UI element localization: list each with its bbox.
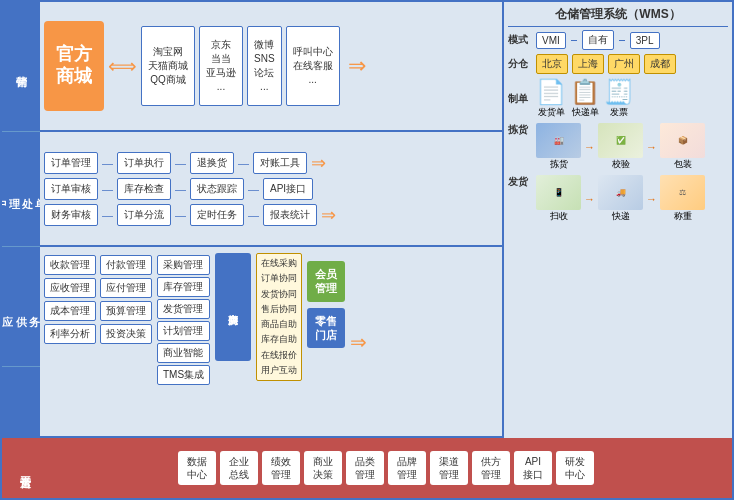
box-fukuanguanli: 付款管理 [100,255,152,275]
wms-title: 仓储管理系统（WMS） [508,6,728,27]
box-yusanguanli: 预算管理 [100,301,152,321]
supply-portal: 供应商门户 [215,253,251,361]
proc-dingdanshenhe: 订单审核 [44,178,98,200]
supply-jihua: 计划管理 [157,321,210,341]
left-labels: 营销 订单处理中心 财务供应链 [2,2,40,438]
main-container: 营销 订单处理中心 财务供应链 官方商城 ⟺ 淘宝网天猫商城QQ商城 京东当当亚… [0,0,734,500]
wms-fencang-label: 分仓 [508,57,528,71]
wms-chengdu: 成都 [644,54,676,74]
img-baozhuang: 📦 [660,123,705,158]
box-liluofenxi: 利率分析 [44,324,96,344]
proc-caiwushenhe: 财务审核 [44,204,98,226]
supply-caigou: 采购管理 [157,255,210,275]
proc-apijiekou: API接口 [263,178,313,200]
caiwu-row3: 成本管理 预算管理 [44,301,152,321]
supply-shangye: 商业智能 [157,343,210,363]
wms-fencang-row: 分仓 北京 上海 广州 成都 [508,54,728,74]
yunying-shangye: 商业决策 [304,451,342,485]
yunying-jixiao: 绩效管理 [262,451,300,485]
wms-shanghai: 上海 [572,54,604,74]
yunying-label: 运营平台 [6,438,44,498]
yunying-api: API接口 [514,451,552,485]
caiwu-row4: 利率分析 投资决策 [44,324,152,344]
arrow-icon: ⟺ [108,56,137,76]
channel-jd: 京东当当亚马逊... [199,26,243,106]
wms-jianhuo-label: 拣货 [508,123,528,137]
wms-zhidan-label: 制单 [508,92,528,106]
label-caiwu: 财务供应链 [2,247,40,367]
wms-guangzhou: 广州 [608,54,640,74]
proc-baobiaotongji: 报表统计 [263,204,317,226]
member-management: 会员管理 [307,261,345,302]
img-jiaoya: ✅ [598,123,643,158]
member-retail-col: 会员管理 零售门店 [307,253,345,348]
wms-jianhuo-row: 拣货 🏭 拣货 → ✅ 校验 → 📦 包装 [508,123,728,171]
yunying-pinpai: 品牌管理 [388,451,426,485]
channel-callcenter: 呼叫中心在线客服... [286,26,340,106]
box-chenbanguanli: 成本管理 [44,301,96,321]
img-jianhuo: 🏭 [536,123,581,158]
wms-panel: 仓储管理系统（WMS） 模式 VMI 自有 3PL 分仓 北京 上海 广州 成都 [502,2,732,438]
supply-kucun: 库存管理 [157,277,210,297]
caiwu-row2: 应收管理 应付管理 [44,278,152,298]
supply-tms: TMS集成 [157,365,210,385]
box-yingfuguanli: 应付管理 [100,278,152,298]
box-touzihuajue: 投资决策 [100,324,152,344]
img-truck: 🚚 [598,175,643,210]
dingdan-row3: 财务审核 — 订单分流 — 定时任务 — 报表统计 ⇒ [44,204,498,226]
section-yingxiao: 官方商城 ⟺ 淘宝网天猫商城QQ商城 京东当当亚马逊... 微博SNS论坛...… [40,2,502,132]
box-yingshouguanli: 应收管理 [44,278,96,298]
dingdan-row1: 订单管理 — 订单执行 — 退换货 — 对账工具 ⇒ [44,152,498,174]
supply-list: 采购管理 库存管理 发货管理 计划管理 商业智能 TMS集成 [157,253,210,385]
proc-duizhanggongju: 对账工具 [253,152,307,174]
yunying-shuju: 数据中心 [178,451,216,485]
proc-dingdanguanli: 订单管理 [44,152,98,174]
wms-fahuo-label: 发货 [508,175,528,189]
sections-column: 官方商城 ⟺ 淘宝网天猫商城QQ商城 京东当当亚马逊... 微博SNS论坛...… [40,2,502,438]
proc-tuihuanhuo: 退换货 [190,152,234,174]
proc-dingdanzhixing: 订单执行 [117,152,171,174]
guanfang-box: 官方商城 [44,21,104,111]
box-shoukuanguanli: 收款管理 [44,255,96,275]
wms-mode-row: 模式 VMI 自有 3PL [508,30,728,50]
wms-3pl: 3PL [630,32,660,49]
section-caiwu: 收款管理 付款管理 应收管理 应付管理 成本管理 预算管理 利率分析 投资决策 [40,247,502,438]
wms-zhidan-row: 制单 📄 发货单 📋 快递单 🧾 发票 [508,78,728,119]
wms-mode-label: 模式 [508,33,528,47]
proc-kucunjiancha: 库存检查 [117,178,171,200]
label-yingxiao: 营销 [2,2,40,132]
yunying-pinlei: 品类管理 [346,451,384,485]
proc-dingdanfenliu: 订单分流 [117,204,171,226]
yunying-yanfa: 研发中心 [556,451,594,485]
wms-fahuo-row: 发货 📱 扫收 → 🚚 快递 → ⚖ 称重 [508,175,728,223]
main-area: 营销 订单处理中心 财务供应链 官方商城 ⟺ 淘宝网天猫商城QQ商城 京东当当亚… [2,2,732,438]
caiwu-row1: 收款管理 付款管理 [44,255,152,275]
section-yunying: 运营平台 数据中心 企业总线 绩效管理 商业决策 品类管理 品牌管理 渠道管理 … [2,438,732,498]
online-list: 在线采购订单协同发货协同售后协同商品自助库存自助在线报价用户互动 [256,253,302,381]
wms-ziyou: 自有 [582,30,614,50]
yunying-gongfang: 供方管理 [472,451,510,485]
yunying-items: 数据中心 企业总线 绩效管理 商业决策 品类管理 品牌管理 渠道管理 供方管理 … [44,451,728,485]
label-dingdan: 订单处理中心 [2,132,40,247]
yunying-qiye: 企业总线 [220,451,258,485]
channel-taobao: 淘宝网天猫商城QQ商城 [141,26,195,106]
wms-vmi: VMI [536,32,566,49]
proc-dingshirenwu: 定时任务 [190,204,244,226]
supply-fahuo: 发货管理 [157,299,210,319]
retail-store: 零售门店 [307,308,345,349]
yunying-qudao: 渠道管理 [430,451,468,485]
img-scan: 📱 [536,175,581,210]
img-scale: ⚖ [660,175,705,210]
wms-beijing: 北京 [536,54,568,74]
proc-zhuangtaigenong: 状态跟踪 [190,178,244,200]
channel-weibo: 微博SNS论坛... [247,26,282,106]
caiwu-items: 收款管理 付款管理 应收管理 应付管理 成本管理 预算管理 利率分析 投资决策 [44,253,152,344]
section-dingdan: 订单管理 — 订单执行 — 退换货 — 对账工具 ⇒ 订单审核 — 库存检查 —… [40,132,502,247]
dingdan-row2: 订单审核 — 库存检查 — 状态跟踪 — API接口 [44,178,498,200]
